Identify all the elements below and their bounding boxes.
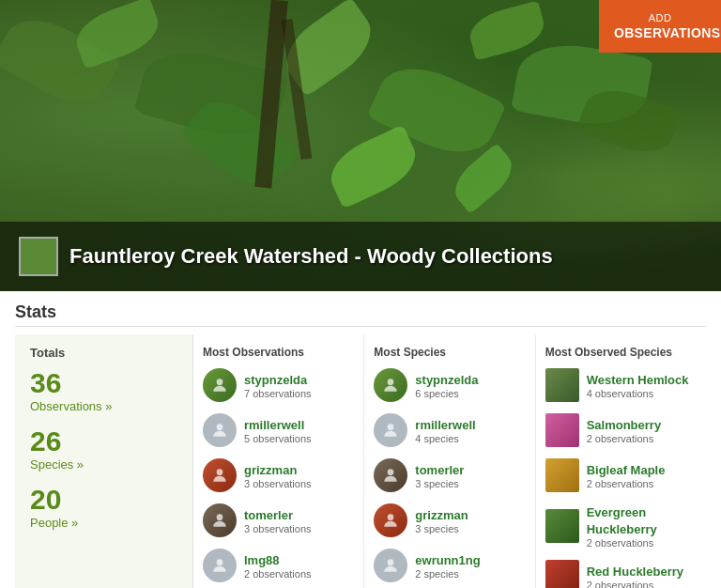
avatar [374, 458, 407, 492]
user-name[interactable]: ewrunn1ng [415, 553, 480, 567]
list-item[interactable]: rmillerwell 5 observations [203, 413, 354, 447]
svg-point-9 [388, 559, 394, 565]
list-item[interactable]: Western Hemlock 4 observations [545, 368, 697, 402]
species-thumbnail [545, 458, 579, 492]
user-stat: 6 species [415, 388, 478, 399]
user-info: stypnzelda 6 species [415, 371, 478, 399]
svg-point-5 [388, 379, 394, 385]
most-species-col-title: Most Species [374, 346, 525, 359]
user-name[interactable]: stypnzelda [415, 373, 478, 387]
stats-grid: Totals 36 Observations » 26 Species » 20… [15, 334, 706, 588]
list-item[interactable]: tomerler 3 observations [203, 503, 354, 537]
most-species-column: Most Species stypnzelda 6 species rmille… [364, 334, 535, 588]
user-stat: 4 species [415, 433, 475, 444]
species-name[interactable]: Western Hemlock [587, 373, 689, 387]
most-observations-column: Most Observations stypnzelda 7 observati… [193, 334, 364, 588]
user-stat: 7 observations [244, 388, 312, 399]
species-link[interactable]: Species » [30, 457, 84, 472]
user-info: grizzman 3 species [415, 506, 468, 534]
species-thumbnail [545, 368, 579, 402]
avatar [374, 503, 407, 537]
species-thumbnail [545, 560, 579, 588]
svg-point-7 [388, 469, 394, 475]
list-item[interactable]: stypnzelda 6 species [374, 368, 525, 402]
avatar [374, 549, 407, 582]
observations-total: 36 Observations » [30, 369, 177, 414]
list-item[interactable]: Salmonberry 2 observations [545, 413, 697, 447]
species-stat: 4 observations [587, 388, 689, 399]
list-item[interactable]: lmg88 2 observations [203, 549, 354, 582]
add-observations-button[interactable]: ADD OBSERVATIONS [599, 0, 721, 53]
user-name[interactable]: stypnzelda [244, 373, 307, 387]
svg-point-3 [217, 514, 223, 520]
avatar [203, 458, 237, 492]
list-item[interactable]: ewrunn1ng 2 species [374, 549, 525, 582]
user-name[interactable]: lmg88 [244, 553, 280, 567]
most-obs-species-col-title: Most Observed Species [545, 346, 697, 359]
list-item[interactable]: grizzman 3 observations [203, 458, 354, 492]
svg-point-6 [388, 424, 394, 430]
species-thumbnail [545, 413, 579, 447]
user-info: lmg88 2 observations [244, 551, 312, 580]
user-stat: 3 species [415, 523, 468, 534]
avatar [203, 503, 237, 537]
list-item[interactable]: rmillerwell 4 species [374, 413, 525, 447]
avatar [374, 368, 407, 402]
species-info: Western Hemlock 4 observations [587, 371, 689, 399]
people-count: 20 [30, 486, 177, 514]
hero-banner: ADD OBSERVATIONS Fauntleroy Creek Waters… [0, 0, 721, 291]
species-count: 26 [30, 427, 177, 456]
user-name[interactable]: rmillerwell [244, 418, 304, 432]
species-info: Evergreen Huckleberry 2 observations [587, 503, 697, 549]
hero-title-bar: Fauntleroy Creek Watershed - Woody Colle… [0, 222, 721, 291]
user-stat: 3 observations [244, 523, 312, 534]
user-info: tomerler 3 observations [244, 506, 312, 534]
user-name[interactable]: grizzman [244, 463, 297, 477]
user-info: stypnzelda 7 observations [244, 371, 312, 399]
species-info: Bigleaf Maple 2 observations [587, 461, 666, 489]
species-stat: 2 observations [587, 580, 683, 588]
svg-point-0 [217, 379, 223, 385]
people-link[interactable]: People » [30, 516, 78, 530]
observations-link[interactable]: Observations » [30, 399, 112, 413]
user-stat: 3 species [415, 478, 464, 489]
user-name[interactable]: grizzman [415, 508, 468, 522]
thumbnail-image [545, 560, 579, 588]
species-stat: 2 observations [587, 537, 697, 549]
user-info: ewrunn1ng 2 species [415, 551, 480, 580]
list-item[interactable]: grizzman 3 species [374, 503, 525, 537]
svg-point-1 [217, 424, 223, 430]
user-stat: 3 observations [244, 478, 312, 489]
species-thumbnail [545, 509, 579, 543]
species-stat: 2 observations [587, 478, 666, 489]
thumbnail-image [545, 368, 579, 402]
species-name[interactable]: Red Huckleberry [587, 565, 683, 579]
thumbnail-image [545, 413, 579, 447]
species-name[interactable]: Salmonberry [587, 418, 661, 432]
stats-heading: Stats [15, 302, 706, 327]
species-name[interactable]: Evergreen Huckleberry [587, 505, 657, 536]
species-name[interactable]: Bigleaf Maple [587, 463, 666, 477]
most-obs-col-title: Most Observations [203, 346, 354, 359]
totals-column: Totals 36 Observations » 26 Species » 20… [15, 334, 193, 588]
observations-count: 36 [30, 369, 177, 397]
user-name[interactable]: tomerler [244, 508, 293, 522]
totals-col-title: Totals [30, 346, 177, 360]
list-item[interactable]: Bigleaf Maple 2 observations [545, 458, 697, 492]
user-name[interactable]: tomerler [415, 463, 464, 477]
page-title: Fauntleroy Creek Watershed - Woody Colle… [69, 244, 553, 269]
hero-thumbnail [19, 237, 58, 276]
list-item[interactable]: tomerler 3 species [374, 458, 525, 492]
list-item[interactable]: Red Huckleberry 2 observations [545, 560, 697, 588]
svg-point-2 [217, 469, 223, 475]
user-name[interactable]: rmillerwell [415, 418, 475, 432]
user-stat: 5 observations [244, 433, 312, 444]
list-item[interactable]: stypnzelda 7 observations [203, 368, 354, 402]
user-stat: 2 species [415, 568, 480, 580]
user-info: rmillerwell 4 species [415, 416, 475, 444]
most-observed-species-column: Most Observed Species Western Hemlock 4 … [536, 334, 706, 588]
people-total: 20 People » [30, 486, 177, 531]
list-item[interactable]: Evergreen Huckleberry 2 observations [545, 503, 697, 549]
avatar [374, 413, 407, 447]
user-info: tomerler 3 species [415, 461, 464, 489]
